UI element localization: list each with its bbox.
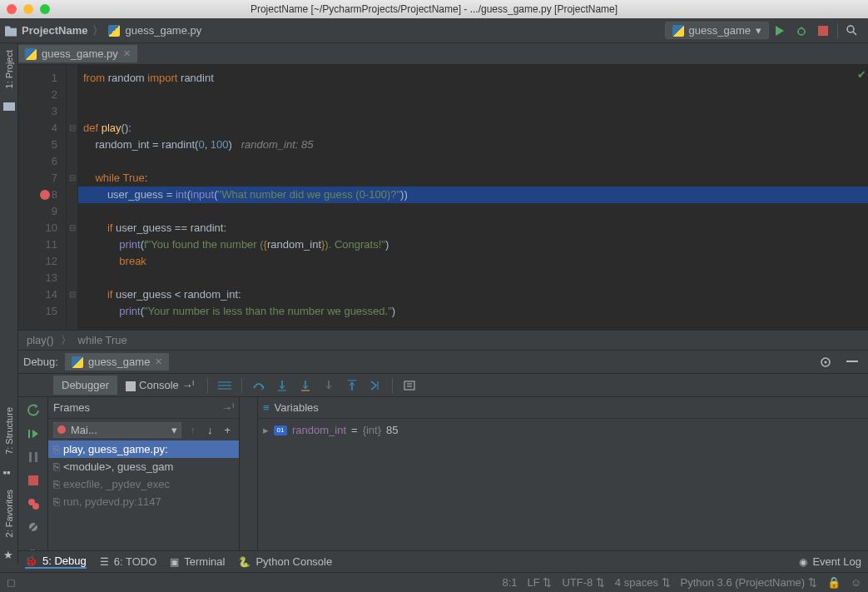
frame-item[interactable]: ⎘ execfile, _pydev_exec (48, 475, 239, 493)
terminal-tool-button[interactable]: ▣ Terminal (170, 555, 225, 568)
svg-point-30 (32, 503, 39, 510)
star-icon: ★ (3, 549, 15, 560)
hector-icon[interactable]: ☺ (851, 576, 861, 589)
svg-point-9 (825, 361, 827, 363)
breadcrumb-item[interactable]: play() (27, 334, 54, 346)
variables-icon: ≡ (263, 401, 270, 414)
variable-value: 85 (386, 424, 398, 436)
editor-tab[interactable]: guess_game.py ✕ (18, 45, 137, 62)
rerun-button[interactable] (23, 400, 43, 420)
structure-tool-button[interactable]: 7: Structure (4, 404, 14, 458)
add-button[interactable]: + (221, 424, 234, 436)
run-configuration-selector[interactable]: guess_game ▾ (665, 22, 769, 39)
python-file-icon (25, 48, 37, 60)
mute-breakpoints-button[interactable] (23, 517, 43, 537)
frame-item[interactable]: ⎘ <module>, guess_gam (48, 458, 239, 475)
svg-rect-22 (404, 381, 414, 390)
window-controls (7, 4, 50, 14)
debugger-tab[interactable]: Debugger (53, 376, 117, 395)
close-icon[interactable]: ✕ (155, 356, 162, 367)
debug-session-tab[interactable]: guess_game ✕ (65, 353, 169, 371)
stop-button[interactable] (814, 22, 832, 40)
run-to-cursor-button[interactable] (365, 376, 385, 395)
editor-breadcrumbs: play() 〉 while True (18, 330, 868, 350)
step-out-button[interactable] (342, 376, 362, 395)
titlebar: ProjectName [~/PycharmProjects/ProjectNa… (0, 0, 868, 18)
frames-label: Frames (53, 401, 90, 414)
todo-tool-button[interactable]: ☰ 6: TODO (100, 555, 157, 568)
step-over-button[interactable] (249, 376, 269, 395)
search-everywhere-button[interactable] (843, 22, 861, 40)
run-config-label: guess_game (689, 24, 751, 37)
line-separator[interactable]: LF ⇅ (528, 576, 553, 589)
python-interpreter[interactable]: Python 3.6 (ProjectName) ⇅ (681, 576, 817, 589)
dropdown-icon: ▾ (756, 24, 761, 37)
project-icon (3, 100, 15, 112)
breadcrumb-item[interactable]: while True (78, 334, 127, 346)
run-button[interactable] (771, 22, 789, 40)
expand-icon[interactable]: ▸ (263, 424, 269, 436)
console-tab[interactable]: Console →ˡ (117, 376, 202, 395)
project-tool-button[interactable]: 1: Project (4, 47, 14, 92)
view-breakpoints-button[interactable] (23, 494, 43, 514)
debug-session-label: guess_game (88, 356, 150, 368)
code-content[interactable]: from random import randintdef play(): ra… (78, 65, 868, 330)
evaluate-expression-button[interactable] (399, 376, 419, 395)
step-into-button[interactable] (272, 376, 292, 395)
tool-windows-icon[interactable]: ◻ (7, 576, 16, 589)
project-name[interactable]: ProjectName (22, 24, 87, 37)
resume-button[interactable] (23, 424, 43, 444)
variable-type: {int} (363, 424, 381, 436)
prev-frame-button[interactable]: ↑ (186, 424, 199, 436)
stop-button[interactable] (23, 470, 43, 490)
frames-options-icon[interactable]: →ˡ (221, 401, 234, 414)
variables-panel: ≡ Variables ▸ 01 random_int = {int} 85 (258, 397, 868, 572)
left-tool-strip: 1: Project 7: Structure ▪▪ 2: Favorites … (0, 43, 18, 564)
thread-name: Mai... (71, 424, 97, 436)
frame-item[interactable]: ⎘ run, pydevd.py:1147 (48, 493, 239, 510)
line-number-gutter: 123456789101112131415 (18, 65, 67, 330)
svg-rect-10 (846, 361, 858, 362)
window-title: ProjectName [~/PycharmProjects/ProjectNa… (0, 3, 868, 15)
bottom-tool-strip: 🐞 5: Debug ☰ 6: TODO ▣ Terminal 🐍 Python… (18, 550, 868, 572)
step-into-my-code-button[interactable] (295, 376, 315, 395)
close-tab-icon[interactable]: ✕ (123, 48, 131, 59)
debug-tool-button[interactable]: 🐞 5: Debug (25, 555, 87, 569)
frame-item[interactable]: ⎘ play, guess_game.py: (48, 440, 239, 458)
more-icon[interactable]: » (240, 397, 258, 572)
svg-rect-4 (818, 26, 828, 36)
favorites-tool-button[interactable]: 2: Favorites (4, 486, 14, 540)
caret-position[interactable]: 8:1 (503, 576, 518, 589)
indent-settings[interactable]: 4 spaces ⇅ (615, 576, 671, 589)
python-file-icon (108, 25, 120, 37)
svg-line-6 (853, 32, 856, 35)
variable-name: random_int (292, 424, 346, 436)
code-editor[interactable]: 123456789101112131415 ⊟⊟⊟⊟ from random i… (18, 65, 868, 330)
breakpoint-dot-icon (57, 425, 66, 434)
svg-rect-28 (28, 475, 38, 485)
force-step-into-button[interactable] (319, 376, 339, 395)
svg-rect-7 (3, 102, 15, 111)
navigation-bar: ProjectName 〉 guess_game.py guess_game ▾ (0, 18, 868, 43)
settings-button[interactable] (816, 353, 835, 371)
editor-area: guess_game.py ✕ 123456789101112131415 ⊟⊟… (18, 43, 868, 350)
python-console-tool-button[interactable]: 🐍 Python Console (238, 555, 332, 568)
breakpoint-marker[interactable] (40, 190, 50, 200)
thread-selector[interactable]: Mai... ▾ (53, 422, 181, 438)
hide-button[interactable] (843, 353, 861, 371)
variable-row[interactable]: ▸ 01 random_int = {int} 85 (263, 424, 863, 436)
svg-point-5 (847, 26, 854, 32)
event-log-button[interactable]: ◉ Event Log (799, 555, 861, 568)
current-file[interactable]: guess_game.py (125, 24, 201, 37)
minimize-window-button[interactable] (23, 4, 33, 14)
close-window-button[interactable] (7, 4, 17, 14)
file-encoding[interactable]: UTF-8 ⇅ (562, 576, 604, 589)
next-frame-button[interactable]: ↓ (204, 424, 216, 436)
svg-rect-27 (35, 452, 37, 462)
show-execution-point-button[interactable] (215, 376, 235, 395)
chevron-right-icon: 〉 (61, 333, 72, 348)
pause-button[interactable] (23, 447, 43, 467)
zoom-window-button[interactable] (40, 4, 50, 14)
debug-button[interactable] (792, 22, 811, 40)
lock-icon[interactable]: 🔒 (827, 576, 841, 589)
